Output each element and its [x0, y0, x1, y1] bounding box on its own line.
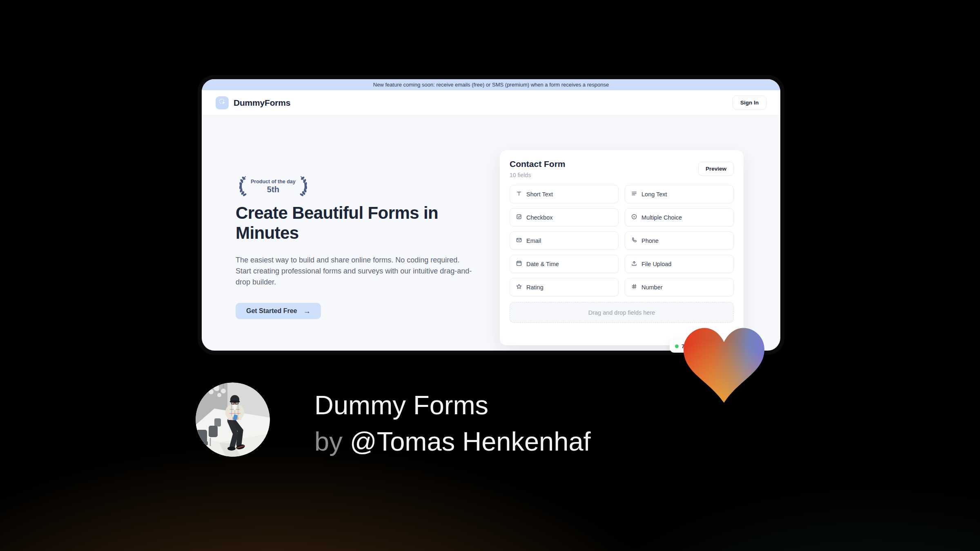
brand-name: DummyForms	[234, 98, 290, 108]
profile-photo	[196, 382, 270, 457]
field-type-multiple-choice[interactable]: Multiple Choice	[625, 208, 734, 227]
laurel-right-icon	[298, 175, 311, 198]
form-title-block: Contact Form 10 fields	[510, 159, 566, 178]
field-type-file-upload[interactable]: File Upload	[625, 255, 734, 273]
byline-handle: @Tomas Henkenhaf	[350, 427, 591, 456]
form-builder-card: Contact Form 10 fields Preview Short Tex…	[500, 150, 744, 345]
field-type-label: Long Text	[641, 191, 667, 198]
badge-texts: Product of the day 5th	[251, 179, 296, 194]
field-type-short-text[interactable]: Short Text	[510, 185, 619, 203]
dropzone-text: Drag and drop fields here	[588, 309, 655, 316]
browser-viewport: New feature coming soon: receive emails …	[202, 79, 780, 351]
badge-rank: 5th	[251, 185, 296, 194]
get-started-button[interactable]: Get Started Free →	[236, 303, 321, 319]
hero-heading: Create Beautiful Forms in Minutes	[236, 203, 466, 243]
star-icon	[516, 283, 522, 291]
cta-label: Get Started Free	[246, 307, 297, 315]
field-type-rating[interactable]: Rating	[510, 278, 619, 296]
announcement-banner: New feature coming soon: receive emails …	[202, 79, 780, 90]
checkbox-icon	[516, 213, 522, 221]
browser-window: New feature coming soon: receive emails …	[198, 75, 784, 355]
phone-icon	[631, 237, 637, 244]
credit-block: Dummy Forms by @Tomas Henkenhaf	[314, 387, 591, 460]
credit-byline: by @Tomas Henkenhaf	[314, 423, 591, 460]
field-type-label: Phone	[641, 238, 659, 244]
envelope-icon	[516, 237, 522, 244]
field-type-label: Date & Time	[526, 261, 559, 267]
form-title: Contact Form	[510, 159, 566, 169]
upload-icon	[631, 260, 637, 268]
field-type-checkbox[interactable]: Checkbox	[510, 208, 619, 227]
sign-in-button[interactable]: Sign In	[733, 96, 766, 110]
field-type-grid: Short TextLong TextCheckboxMultiple Choi…	[510, 185, 734, 296]
byline-prefix: by	[314, 427, 350, 456]
field-type-label: Email	[526, 238, 541, 244]
field-type-label: Number	[641, 284, 663, 291]
field-type-phone[interactable]: Phone	[625, 231, 734, 250]
field-type-email[interactable]: Email	[510, 231, 619, 250]
navbar: DummyForms Sign In	[202, 90, 780, 116]
form-field-count: 10 fields	[510, 172, 566, 178]
field-dropzone[interactable]: Drag and drop fields here	[510, 302, 734, 323]
heart-icon	[684, 327, 764, 403]
hash-icon	[631, 283, 637, 291]
field-type-label: Multiple Choice	[641, 214, 682, 221]
field-type-number[interactable]: Number	[625, 278, 734, 296]
badge-label: Product of the day	[251, 179, 296, 184]
field-type-date-time[interactable]: Date & Time	[510, 255, 619, 273]
preview-button[interactable]: Preview	[698, 162, 734, 176]
radio-icon	[631, 213, 637, 221]
text-icon	[516, 190, 522, 198]
field-type-label: Short Text	[526, 191, 553, 198]
brand-logo[interactable]	[216, 96, 229, 109]
calendar-icon	[516, 260, 522, 268]
form-header: Contact Form 10 fields Preview	[510, 159, 734, 178]
credit-title: Dummy Forms	[314, 387, 591, 423]
lines-icon	[631, 190, 637, 198]
field-type-label: Rating	[526, 284, 543, 291]
laurel-left-icon	[236, 175, 248, 198]
background: { "banner": { "text": "New feature comin…	[0, 0, 980, 551]
field-type-label: Checkbox	[526, 214, 552, 221]
field-type-long-text[interactable]: Long Text	[625, 185, 734, 203]
arrow-right-icon: →	[303, 307, 310, 315]
dashed-select-cursor-icon	[218, 98, 226, 107]
hero-description: The easiest way to build and share onlin…	[236, 255, 473, 288]
field-type-label: File Upload	[641, 261, 671, 267]
announcement-text: New feature coming soon: receive emails …	[373, 82, 609, 88]
green-dot-icon	[675, 344, 679, 348]
product-badge: Product of the day 5th	[236, 175, 311, 198]
